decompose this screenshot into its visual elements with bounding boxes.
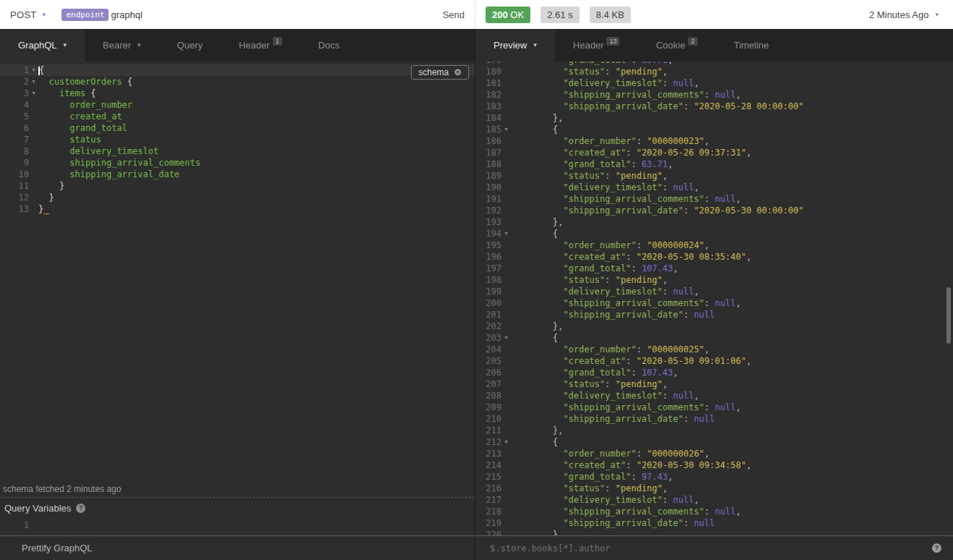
- fold-gutter: [29, 99, 38, 111]
- help-icon[interactable]: ?: [932, 543, 941, 553]
- code-text: "grand_total": 63.71,: [511, 158, 673, 170]
- code-line[interactable]: 7 status: [0, 134, 475, 145]
- line-number: 212: [475, 436, 501, 448]
- fold-gutter: [501, 216, 511, 228]
- method-dropdown[interactable]: POST ▾: [10, 9, 46, 20]
- fold-arrow-icon[interactable]: ▾: [29, 88, 38, 99]
- url-input[interactable]: graphql: [111, 9, 142, 20]
- line-number: 1: [0, 519, 29, 531]
- fold-gutter: [501, 367, 511, 378]
- code-line[interactable]: 9 shipping_arrival_comments: [0, 157, 475, 169]
- code-text: "shipping_arrival_date": "2020-05-30 00:…: [511, 205, 804, 216]
- fold-gutter: [501, 112, 511, 124]
- code-line[interactable]: 12 }: [0, 192, 475, 203]
- code-line[interactable]: 11 }: [0, 180, 475, 192]
- response-preview-editor: 179 "grand_total": 63.71,180 "status": "…: [475, 61, 953, 535]
- code-line[interactable]: 1: [0, 519, 475, 531]
- query-variables-title: Query Variables: [4, 503, 71, 514]
- code-line[interactable]: 1▾{: [0, 64, 475, 76]
- code-line: 207 "status": "pending",: [475, 378, 953, 390]
- code-line[interactable]: 4 order_number: [0, 99, 475, 111]
- code-line: 215 "grand_total": 97.43,: [475, 471, 953, 483]
- tab-preview[interactable]: Preview▾: [475, 29, 555, 61]
- fold-gutter: [501, 425, 511, 436]
- code-text: status: [38, 134, 101, 145]
- code-line: 196 "created_at": "2020-05-30 08:35:40",: [475, 251, 953, 263]
- query-variables-editor[interactable]: 1: [0, 516, 475, 535]
- line-number: 216: [475, 483, 501, 494]
- code-line: 182 "shipping_arrival_comments": null,: [475, 89, 953, 101]
- code-line[interactable]: 2▾ customerOrders {: [0, 76, 475, 88]
- code-line[interactable]: 3▾ items {: [0, 88, 475, 99]
- tab-bearer[interactable]: Bearer▾: [85, 29, 159, 61]
- code-text: items {: [38, 88, 96, 99]
- line-number: 7: [0, 134, 29, 145]
- code-line[interactable]: 6 grand_total: [0, 122, 475, 134]
- line-number: 201: [475, 309, 501, 321]
- code-line: 194▾ {: [475, 228, 953, 239]
- code-line: 204 "order_number": "000000025",: [475, 344, 953, 355]
- code-line: 189 "status": "pending",: [475, 170, 953, 182]
- line-number: 194: [475, 228, 501, 239]
- tab-header[interactable]: Header1: [221, 29, 300, 61]
- code-line[interactable]: 10 shipping_arrival_date: [0, 169, 475, 180]
- code-text: {: [511, 436, 558, 448]
- code-text: "shipping_arrival_comments": null,: [511, 402, 741, 413]
- fold-gutter: [501, 274, 511, 286]
- fold-arrow-icon[interactable]: ▾: [29, 76, 38, 88]
- endpoint-tag[interactable]: endpoint: [62, 9, 109, 21]
- request-url-bar: POST ▾ endpoint graphql Send: [0, 0, 475, 29]
- graphql-query-editor[interactable]: 1▾{2▾ customerOrders {3▾ items {4 order_…: [0, 61, 475, 480]
- code-line[interactable]: 8 delivery_timeslot: [0, 145, 475, 157]
- response-filter-bar: ?: [475, 535, 953, 560]
- line-number: 196: [475, 251, 501, 263]
- size-badge: 8.4 KB: [590, 7, 631, 23]
- response-history-dropdown[interactable]: 2 Minutes Ago ▾: [869, 9, 943, 20]
- time-badge: 2.61 s: [541, 7, 579, 23]
- scrollbar-thumb[interactable]: [946, 287, 951, 344]
- response-filter-input[interactable]: [475, 543, 932, 554]
- schema-button[interactable]: schema ⚙: [411, 65, 469, 80]
- chevron-down-icon: ▾: [43, 12, 46, 18]
- fold-arrow-icon[interactable]: ▾: [501, 124, 511, 135]
- code-line: 193 },: [475, 216, 953, 228]
- code-text: "status": "pending",: [511, 66, 668, 77]
- fold-arrow-icon[interactable]: ▾: [501, 436, 511, 448]
- line-number: 1: [0, 64, 29, 76]
- prettify-graphql-button[interactable]: Prettify GraphQL: [0, 535, 475, 560]
- tab-query[interactable]: Query: [159, 29, 221, 61]
- fold-gutter: [501, 182, 511, 193]
- line-number: 11: [0, 180, 29, 192]
- code-line: 197 "grand_total": 107.43,: [475, 263, 953, 274]
- fold-gutter: [501, 205, 511, 216]
- fold-arrow-icon[interactable]: ▾: [29, 64, 38, 76]
- code-line[interactable]: 5 created_at: [0, 111, 475, 122]
- fold-gutter: [501, 413, 511, 425]
- code-text: "status": "pending",: [511, 170, 668, 182]
- code-line[interactable]: 13}_: [0, 203, 475, 215]
- tab-docs[interactable]: Docs: [300, 29, 358, 61]
- line-number: 9: [0, 157, 29, 169]
- tab-graphql[interactable]: GraphQL▾: [0, 29, 85, 61]
- code-text: "shipping_arrival_comments": null,: [511, 89, 741, 101]
- line-number: 180: [475, 66, 501, 77]
- fold-gutter: [29, 519, 38, 531]
- fold-gutter: [501, 239, 511, 251]
- line-number: 199: [475, 286, 501, 297]
- fold-gutter: [29, 111, 38, 122]
- fold-arrow-icon[interactable]: ▾: [501, 228, 511, 239]
- fold-gutter: [29, 157, 38, 169]
- code-line: 181 "delivery_timeslot": null,: [475, 77, 953, 89]
- tab-cookie[interactable]: Cookie2: [638, 29, 715, 61]
- line-number: 210: [475, 413, 501, 425]
- code-line: 212▾ {: [475, 436, 953, 448]
- tab-timeline[interactable]: Timeline: [716, 29, 787, 61]
- help-icon[interactable]: ?: [76, 504, 85, 513]
- line-number: 217: [475, 494, 501, 506]
- tab-header[interactable]: Header13: [555, 29, 638, 61]
- fold-arrow-icon[interactable]: ▾: [501, 332, 511, 344]
- code-text: order_number: [38, 99, 132, 111]
- send-button[interactable]: Send: [443, 9, 465, 20]
- code-text: "order_number": "000000023",: [511, 135, 710, 147]
- code-line: 220 }: [475, 529, 953, 535]
